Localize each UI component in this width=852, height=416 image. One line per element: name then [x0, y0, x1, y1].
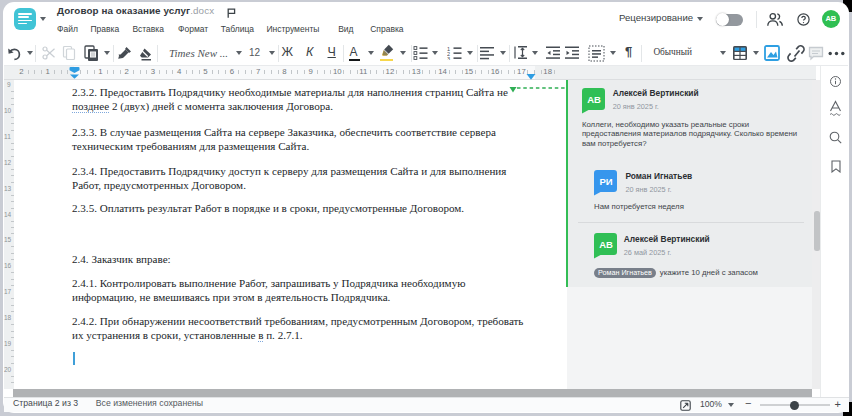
svg-text:РИ: РИ	[599, 176, 612, 187]
svg-text:3: 3	[447, 56, 450, 60]
svg-text:АВ: АВ	[587, 94, 601, 105]
svg-text:АВ: АВ	[599, 239, 613, 250]
